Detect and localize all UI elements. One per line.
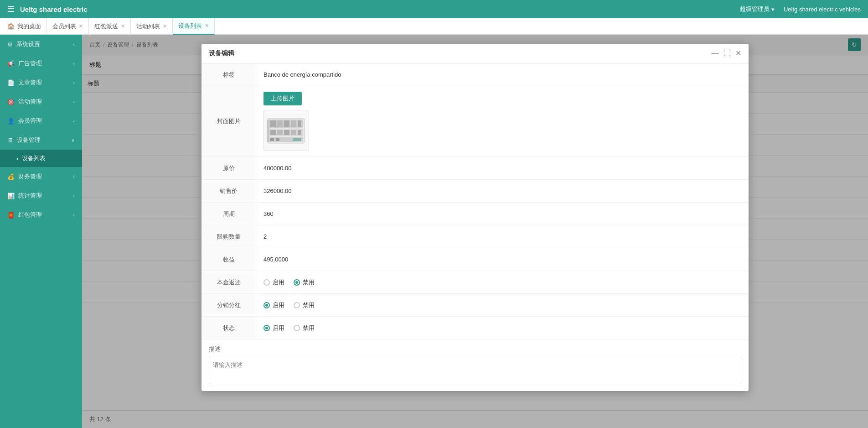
sidebar-item-redpacket[interactable]: 🧧 红包管理 ‹ [0,205,82,224]
value-biaoqian [256,63,749,86]
form-row-benjin: 本金返还 启用 禁用 [202,271,749,294]
radio-group-fencheng: 启用 禁用 [264,301,315,309]
redpacket-icon: 🧧 [7,212,15,219]
form-row-fencheng: 分销分红 启用 禁用 [202,294,749,317]
radio-fencheng-enable[interactable]: 启用 [264,301,284,309]
modal-title: 设备编辑 [209,49,234,57]
radio-benjin-disable-label: 禁用 [303,278,315,287]
value-yuanjia [256,157,749,179]
redpacket-arrow-icon: ‹ [73,212,75,218]
tab-activity-close[interactable]: ✕ [163,23,167,29]
sidebar-articles-label: 文章管理 [18,78,42,87]
radio-zhuangtai-disable[interactable]: 禁用 [294,324,315,332]
upload-image-button[interactable]: 上传图片 [264,92,302,105]
svg-rect-2 [270,120,276,127]
svg-rect-16 [267,120,269,142]
sidebar-item-system[interactable]: ⚙ 系统设置 ‹ [0,35,82,54]
label-shouyi: 收益 [202,248,256,271]
modal-overlay: 设备编辑 — ⛶ ✕ 标签 [82,35,868,428]
image-preview [264,110,309,151]
device-list-arrow: › [16,155,18,162]
input-shouyi[interactable] [264,256,741,263]
header: ☰ Ueltg shared electric 超级管理员 ▾ Ueltg sh… [0,0,868,18]
value-benjin: 启用 禁用 [256,271,749,293]
tab-members-close[interactable]: ✕ [79,23,83,29]
finance-arrow-icon: ‹ [73,174,75,179]
modal-body: 标签 封面图片 上传图片 [202,63,749,391]
sidebar-item-members[interactable]: 👤 会员管理 ‹ [0,111,82,130]
tab-devices-close[interactable]: ✕ [205,23,209,29]
sidebar-finance-label: 财务管理 [18,172,42,181]
device-preview-image [266,114,307,148]
user-menu[interactable]: 超级管理员 ▾ [740,5,775,13]
articles-icon: 📄 [7,79,15,86]
sidebar-ads-label: 广告管理 [18,59,42,68]
form-row-xiaoshojia: 销售价 [202,180,749,203]
radio-benjin-enable[interactable]: 启用 [264,278,284,287]
sidebar-item-articles[interactable]: 📄 文章管理 ‹ [0,73,82,92]
modal-minimize-button[interactable]: — [712,50,719,57]
form-row-shouyi: 收益 [202,248,749,271]
form-row-zhouqi: 周期 [202,203,749,225]
label-biaoqian: 标签 [202,63,256,86]
sidebar-devices-label: 设备管理 [17,136,41,144]
radio-zhuangtai-enable[interactable]: 启用 [264,324,284,332]
modal-header: 设备编辑 — ⛶ ✕ [202,44,749,63]
tab-redpacket-label: 红包派送 [94,22,118,31]
sidebar-item-finance[interactable]: 💰 财务管理 ‹ [0,167,82,186]
sidebar-item-devices[interactable]: 🖥 设备管理 ∨ [0,130,82,150]
tab-desktop[interactable]: 🏠 我的桌面 [2,18,47,35]
system-arrow-icon: ‹ [73,42,75,47]
members-arrow-icon: ‹ [73,118,75,124]
description-section: 描述 [202,339,749,391]
radio-benjin-disable[interactable]: 禁用 [294,278,315,287]
value-xiangou [256,225,749,248]
sidebar-activities-label: 活动管理 [18,98,42,106]
devices-arrow-icon: ∨ [71,137,75,143]
modal-controls: — ⛶ ✕ [712,50,741,57]
label-yuanjia: 原价 [202,157,256,179]
textarea-miaoshu[interactable] [209,357,741,384]
devices-icon: 🖥 [7,137,13,144]
input-xiaoshojia[interactable] [264,188,741,194]
svg-rect-9 [277,130,283,135]
tab-members[interactable]: 会员列表 ✕ [47,18,89,35]
sidebar-item-device-list[interactable]: › 设备列表 [0,150,82,167]
modal-device-edit: 设备编辑 — ⛶ ✕ 标签 [202,44,749,391]
content-area: 首页 / 设备管理 / 设备列表 ↻ 标题 标题 ID [82,35,868,428]
menu-icon[interactable]: ☰ [7,4,15,14]
articles-arrow-icon: ‹ [73,80,75,85]
sidebar-item-activities[interactable]: 🎯 活动管理 ‹ [0,92,82,111]
sidebar-device-list-label: 设备列表 [22,154,46,162]
tab-activity-label: 活动列表 [136,22,160,31]
label-zhouqi: 周期 [202,203,256,225]
modal-close-button[interactable]: ✕ [735,50,741,57]
radio-zhuangtai-enable-label: 启用 [273,324,284,332]
input-biaoqian[interactable] [264,71,741,78]
tab-redpacket[interactable]: 红包派送 ✕ [89,18,131,35]
sidebar-system-label: 系统设置 [16,40,40,48]
header-left: ☰ Ueltg shared electric [7,4,88,14]
input-yuanjia[interactable] [264,165,741,172]
sidebar-item-stats[interactable]: 📊 统计管理 ‹ [0,186,82,205]
modal-maximize-button[interactable]: ⛶ [723,50,731,57]
tab-activity[interactable]: 活动列表 ✕ [131,18,173,35]
radio-fencheng-disable[interactable]: 禁用 [294,301,315,309]
system-icon: ⚙ [7,41,13,48]
activities-icon: 🎯 [7,99,15,105]
input-zhouqi[interactable] [264,210,741,217]
form-row-zhuangtai: 状态 启用 禁用 [202,317,749,339]
input-xiangou[interactable] [264,233,741,240]
stats-icon: 📊 [7,193,15,199]
user-arrow-icon: ▾ [771,6,775,13]
stats-arrow-icon: ‹ [73,193,75,198]
radio-benjin-enable-circle [264,279,270,286]
svg-rect-17 [293,138,301,141]
svg-rect-10 [284,130,289,135]
radio-zhuangtai-disable-label: 禁用 [303,324,315,332]
tab-redpacket-close[interactable]: ✕ [121,23,125,29]
value-shouyi [256,248,749,271]
sidebar-item-ads[interactable]: 📢 广告管理 ‹ [0,54,82,73]
form-row-yuanjia: 原价 [202,157,749,180]
tab-devices[interactable]: 设备列表 ✕ [173,18,215,35]
